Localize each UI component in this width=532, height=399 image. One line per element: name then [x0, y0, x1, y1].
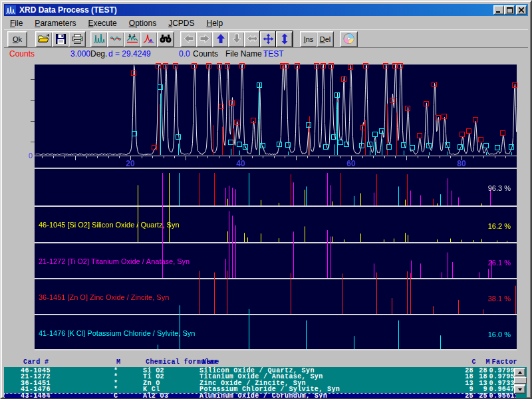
cell: 25 [457, 393, 473, 398]
minimize-button[interactable] [493, 5, 504, 15]
reference-panels-canvas[interactable] [35, 169, 517, 351]
ok-button[interactable]: Ok [7, 31, 27, 47]
scroll-up-icon [518, 371, 522, 374]
table-scrollbar[interactable] [514, 368, 525, 394]
d-spacing-value: d = 29.4249 [108, 49, 151, 59]
open-button[interactable] [35, 31, 53, 47]
arrow-leftright-gray-icon [247, 35, 259, 44]
peak-search-button[interactable] [157, 31, 174, 47]
printer-icon [72, 34, 83, 45]
menu-parameters[interactable]: Parameters [29, 17, 82, 29]
menu-jcpds[interactable]: JCPDS [162, 17, 200, 29]
delete-button[interactable]: Del [317, 31, 334, 47]
print-button[interactable] [68, 31, 86, 47]
main-xrd-plot-canvas[interactable] [28, 61, 523, 169]
xrd-pattern-icon [93, 33, 105, 45]
background-button[interactable] [124, 31, 141, 47]
maximize-icon [507, 7, 513, 13]
move-left-button[interactable] [180, 31, 197, 47]
open-folder-icon [38, 34, 50, 45]
arrow-up-blue-icon [216, 33, 225, 45]
menubar: FileParametersExecuteOptionsJCPDSHelp [4, 17, 528, 29]
move-down-button[interactable] [228, 31, 245, 47]
cell: Aluminum Oxide / Corundum, Syn [200, 393, 327, 398]
close-icon [519, 7, 524, 13]
col-c: C [460, 358, 476, 366]
scroll-up-button[interactable] [514, 368, 525, 376]
cell: C [114, 393, 118, 398]
table-row[interactable]: 43-1484CAl2 O3Aluminum Oxide / Corundum,… [4, 393, 516, 398]
menu-options[interactable]: Options [123, 17, 162, 29]
move-up-button[interactable] [212, 31, 229, 47]
arrow-updown-blue-icon [281, 33, 289, 46]
insert-button[interactable]: Ins [300, 31, 317, 47]
file-name-label: File Name : [225, 49, 266, 59]
titlebar: XRD Data Process (TEST) [4, 4, 528, 16]
window-title: XRD Data Process (TEST) [19, 5, 117, 15]
minimize-icon [496, 7, 501, 13]
cell: 43-1484 [21, 393, 51, 398]
peak-fit-button[interactable] [140, 31, 158, 47]
scroll-down-icon [518, 388, 522, 391]
phase-table-header: Card # M Chemical formular Name C M Fact… [4, 358, 527, 367]
angle-value: 3.000 [70, 49, 90, 59]
background-removal-icon [126, 33, 138, 45]
smoothing-button[interactable] [107, 31, 124, 47]
app-icon [5, 5, 16, 15]
expand-vertical-button[interactable] [276, 31, 293, 47]
arrow-fourway-blue-icon [263, 33, 274, 46]
statusbar: Counts 3.000 Deg. d = 29.4249 0.0 Counts… [4, 47, 528, 61]
cdrom-icon [343, 33, 354, 45]
cell: 0.9561 [489, 393, 515, 398]
menu-execute[interactable]: Execute [82, 17, 122, 29]
col-m: M [478, 358, 490, 366]
window-controls [493, 5, 527, 15]
col-m-flag: M [116, 358, 120, 366]
peak-fit-icon [143, 33, 155, 45]
counts-axis-label: Counts [9, 49, 35, 59]
pattern-button[interactable] [90, 31, 108, 47]
maximize-button[interactable] [504, 5, 515, 15]
col-factor: Factor [491, 358, 517, 366]
menu-file[interactable]: File [4, 17, 29, 29]
save-button[interactable] [52, 31, 69, 47]
arrow-down-gray-icon [232, 33, 241, 45]
arrow-left-gray-icon [184, 34, 194, 45]
col-card: Card # [23, 358, 49, 366]
scroll-down-button[interactable] [514, 385, 525, 394]
file-name-value: TEST [263, 49, 284, 59]
counts-unit-label: Counts [193, 49, 218, 59]
move-right-button[interactable] [196, 31, 213, 47]
scrollbar-thumb[interactable] [514, 377, 527, 384]
phase-table[interactable]: 46-1045*Si O2Silicon Oxide / Quartz, Syn… [4, 367, 527, 398]
move-all-button[interactable] [260, 31, 277, 47]
toolbar: OkInsDel [4, 29, 528, 48]
menu-help[interactable]: Help [201, 17, 229, 29]
cursor-counts-value: 0.0 [179, 49, 190, 59]
smoothing-icon [110, 33, 122, 45]
cell: 25 [475, 393, 487, 398]
close-button[interactable] [516, 5, 527, 15]
col-name: Name [202, 358, 219, 366]
app-window: XRD Data Process (TEST) FileParametersEx… [0, 0, 532, 399]
deg-label: Deg. [90, 49, 107, 59]
cell: Al2 O3 [143, 393, 168, 398]
expand-horizontal-button[interactable] [244, 31, 261, 47]
floppy-disk-icon [56, 34, 66, 45]
arrow-right-gray-icon [200, 34, 210, 45]
binoculars-icon [160, 34, 172, 45]
jcpds-cd-button[interactable] [340, 31, 358, 47]
